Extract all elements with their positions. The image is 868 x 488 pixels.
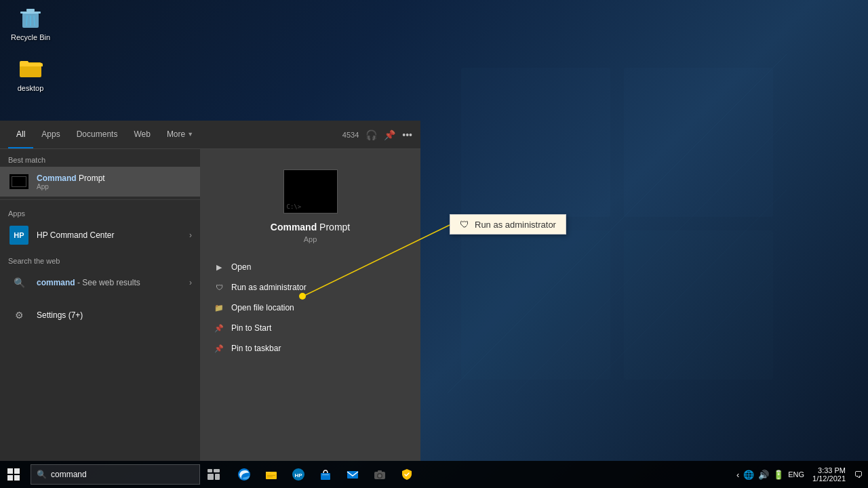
- hp-item-arrow: ›: [189, 230, 192, 240]
- svg-rect-26: [267, 475, 275, 476]
- settings-icon: ⚙: [8, 304, 30, 326]
- tray-notification[interactable]: 🗨: [854, 470, 863, 480]
- taskbar-edge-icon[interactable]: [231, 461, 258, 488]
- svg-rect-17: [14, 468, 20, 474]
- cmd-result-item[interactable]: Command Prompt App: [0, 167, 200, 197]
- recycle-bin-icon[interactable]: Recycle Bin: [7, 3, 54, 41]
- result-count: 4534: [342, 131, 359, 139]
- desktop-folder-icon[interactable]: desktop: [7, 54, 54, 92]
- task-view-icon: [208, 469, 220, 480]
- right-panel-app-name: Command Prompt: [271, 222, 350, 232]
- tray-volume[interactable]: 🔊: [758, 470, 769, 480]
- tab-more[interactable]: More ▼: [159, 121, 201, 148]
- svg-point-35: [378, 474, 382, 478]
- svg-rect-4: [461, 68, 610, 217]
- taskbar-explorer-icon[interactable]: [258, 461, 285, 488]
- system-tray: ‹ 🌐 🔊 🔋 ENG 3:33 PM 1/12/2021 🗨: [736, 466, 868, 483]
- filter-tabs: All Apps Documents Web More ▼ 4534 🎧 📌 •…: [0, 121, 420, 149]
- ellipsis-icon[interactable]: •••: [402, 129, 412, 140]
- svg-rect-7: [624, 230, 773, 380]
- pin-taskbar-icon: 📌: [214, 343, 224, 354]
- desktop-folder-label: desktop: [18, 84, 44, 92]
- start-button[interactable]: [0, 461, 27, 488]
- web-name-highlight: command: [37, 278, 75, 287]
- svg-text:HP: HP: [294, 472, 302, 479]
- search-results-area: Best match Command Prompt App Apps: [0, 149, 420, 461]
- tooltip-label: Run as administrator: [475, 220, 556, 230]
- svg-rect-20: [208, 469, 212, 472]
- settings-item[interactable]: ⚙ Settings (7+): [0, 300, 200, 330]
- web-name-rest: - See web results: [75, 278, 140, 287]
- right-panel-app-type: App: [304, 235, 317, 243]
- web-item-text: command - See web results: [37, 278, 140, 287]
- open-file-location-label: Open file location: [231, 303, 294, 312]
- divider-1: [0, 199, 200, 200]
- svg-rect-9: [20, 12, 41, 14]
- left-panel: Best match Command Prompt App Apps: [0, 149, 200, 461]
- taskbar-search-input[interactable]: [51, 470, 194, 479]
- svg-line-13: [34, 16, 35, 26]
- svg-rect-5: [624, 68, 773, 217]
- taskbar-apps: HP: [231, 461, 736, 488]
- task-view-button[interactable]: [200, 461, 227, 488]
- tab-all[interactable]: All: [8, 121, 33, 148]
- pin-taskbar-label: Pin to taskbar: [231, 344, 281, 353]
- menu-item-open[interactable]: ▶ Open: [207, 257, 414, 277]
- taskbar-search-box[interactable]: 🔍: [31, 464, 200, 485]
- settings-label: Settings (7+): [37, 310, 83, 320]
- cmd-name-highlight: Command: [37, 174, 77, 183]
- taskbar-store-icon[interactable]: [312, 461, 339, 488]
- tab-apps[interactable]: Apps: [33, 121, 68, 148]
- tray-chevron[interactable]: ‹: [736, 470, 739, 480]
- hp-icon-container: HP: [8, 224, 30, 246]
- web-search-item[interactable]: 🔍 command - See web results ›: [0, 268, 200, 298]
- hp-item-name: HP Command Center: [37, 230, 115, 240]
- tray-keyboard[interactable]: ENG: [788, 470, 804, 479]
- taskbar-search-icon: 🔍: [37, 470, 47, 479]
- file-location-icon: 📁: [214, 302, 224, 313]
- right-app-name-highlight: Command: [271, 222, 317, 232]
- taskbar-camera-icon[interactable]: [366, 461, 393, 488]
- open-label: Open: [231, 262, 251, 272]
- tab-documents[interactable]: Documents: [68, 121, 126, 148]
- tab-web-label: Web: [134, 129, 150, 139]
- tray-network[interactable]: 🌐: [743, 470, 754, 480]
- taskbar-mail-icon[interactable]: [339, 461, 366, 488]
- svg-rect-19: [14, 475, 20, 481]
- headset-icon[interactable]: 🎧: [366, 129, 377, 140]
- menu-item-open-file-location[interactable]: 📁 Open file location: [207, 298, 414, 318]
- pin-icon[interactable]: 📌: [384, 129, 395, 140]
- svg-rect-16: [7, 468, 13, 474]
- pin-start-icon: 📌: [214, 323, 224, 333]
- svg-rect-18: [7, 475, 13, 481]
- tab-web[interactable]: Web: [125, 121, 158, 148]
- clock-date: 1/12/2021: [812, 474, 846, 483]
- run-as-admin-icon: 🛡: [214, 282, 224, 293]
- taskbar-hp-icon[interactable]: HP: [285, 461, 312, 488]
- recycle-bin-svg: [17, 3, 44, 30]
- right-app-name-rest: Prompt: [317, 222, 350, 232]
- taskbar-clock[interactable]: 3:33 PM 1/12/2021: [808, 466, 850, 483]
- menu-item-pin-taskbar[interactable]: 📌 Pin to taskbar: [207, 338, 414, 359]
- menu-item-pin-start[interactable]: 📌 Pin to Start: [207, 318, 414, 338]
- hp-item-text: HP Command Center: [37, 230, 115, 240]
- hp-name-label: HP Command Center: [37, 230, 115, 240]
- tab-more-arrow: ▼: [187, 131, 193, 138]
- taskbar-security-icon[interactable]: [393, 461, 420, 488]
- menu-item-run-as-admin[interactable]: 🛡 Run as administrator: [207, 277, 414, 298]
- recycle-bin-label: Recycle Bin: [11, 33, 50, 41]
- web-item-arrow: ›: [189, 278, 192, 287]
- cmd-item-text: Command Prompt App: [37, 174, 105, 190]
- desktop-folder-svg: [17, 54, 44, 81]
- best-match-label: Best match: [0, 149, 200, 167]
- svg-rect-22: [208, 474, 214, 480]
- tray-battery[interactable]: 🔋: [773, 470, 784, 480]
- svg-rect-30: [321, 473, 330, 480]
- pin-start-label: Pin to Start: [231, 323, 271, 333]
- tab-more-label: More: [167, 129, 185, 139]
- svg-rect-6: [461, 230, 610, 380]
- tab-all-label: All: [16, 129, 25, 139]
- web-item-name: command - See web results: [37, 278, 140, 287]
- hp-command-center-item[interactable]: HP HP Command Center ›: [0, 220, 200, 250]
- svg-rect-21: [214, 469, 220, 472]
